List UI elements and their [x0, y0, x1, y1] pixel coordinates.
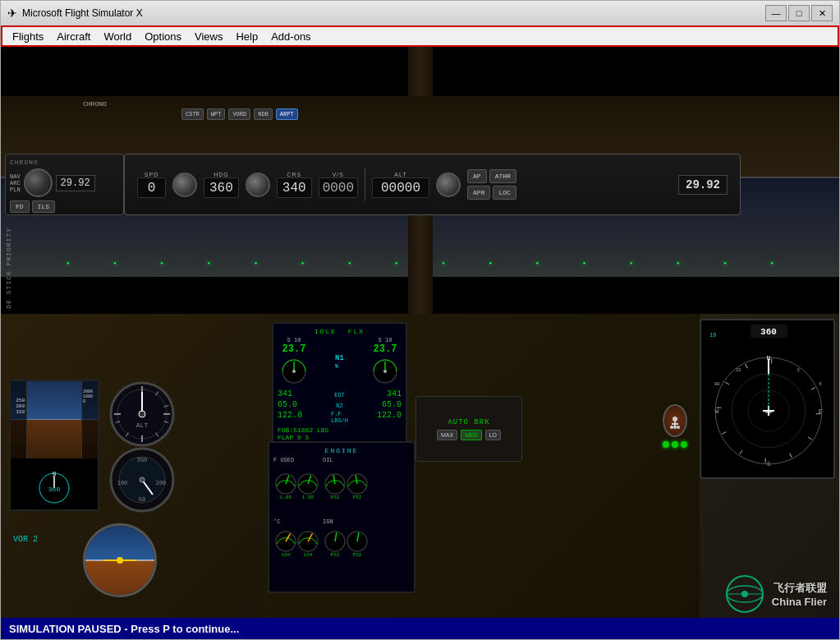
fcu-spd-display: 0: [137, 177, 166, 198]
fd-button[interactable]: FD: [10, 200, 30, 213]
fuel-display: F USED 1.85 1.85: [273, 457, 319, 516]
nd-far-right-display: N E S W 3 33 6 30 360 10: [700, 319, 835, 479]
menu-item-flights[interactable]: Flights: [6, 29, 50, 44]
altimeter-gauge: ALT: [108, 380, 177, 449]
autobrk-display: AUTO BRK MAX MED LO: [437, 418, 501, 440]
sim-viewport: ● ● ● ● ● ● ● ● ● ● ● ● ● ● ● ●: [1, 47, 839, 639]
n2-row: 65.0 N2 65.0: [278, 400, 402, 409]
svg-text:104: 104: [282, 552, 291, 558]
ff-row: 122.0 F.FLBS/H 122.0: [278, 411, 402, 424]
autobrake-panel: AUTO BRK MAX MED LO: [415, 396, 522, 462]
oil-display: OIL PSI PSI: [323, 457, 368, 516]
egt-row: 341 EGT 341: [278, 389, 402, 398]
ap-button[interactable]: AP: [467, 169, 487, 183]
svg-point-13: [139, 411, 145, 417]
svg-text:1.85: 1.85: [280, 495, 292, 500]
svg-text:S: S: [767, 461, 770, 467]
vord-button[interactable]: VORD: [228, 108, 250, 120]
watermark-logo-icon: [724, 573, 765, 615]
svg-text:3: 3: [796, 367, 800, 373]
menu-item-help[interactable]: Help: [229, 29, 264, 44]
n1-gauge-1: [278, 355, 310, 384]
nav-buttons-left: CSTR WPT VORD NDB ARPT: [181, 108, 298, 120]
watermark: 飞行者联盟 China Flier: [724, 573, 827, 615]
fcu-hdg-display: 360: [204, 177, 239, 198]
n1-center-label: N1%: [335, 354, 344, 371]
ils-button[interactable]: ILS: [32, 200, 55, 213]
left-baro-value: 29.92: [56, 175, 95, 191]
title-bar: ✈ Microsoft Flight Simulator X — □ ✕: [1, 1, 839, 25]
svg-text:350: 350: [137, 457, 148, 463]
close-button[interactable]: ✕: [811, 5, 833, 21]
fcu-vs-label: V/S: [333, 172, 344, 177]
right-baro-value: 29.92: [678, 175, 728, 195]
fcu-spd-knob[interactable]: [172, 173, 197, 197]
window-title: Microsoft Flight Simulator X: [22, 7, 143, 19]
maximize-button[interactable]: □: [788, 5, 810, 21]
fob-flap-row: FOB:51882 LBS FLAP 0 S: [278, 426, 402, 441]
fcu-spd-value: 0: [148, 181, 156, 196]
apr-button[interactable]: APR: [467, 186, 490, 200]
fd-ils-buttons: FD ILS: [10, 200, 119, 213]
panel-center: IDLE FLX S 10 23.7 N1%: [264, 314, 700, 618]
svg-point-32: [383, 370, 387, 373]
fcu-crs-display: 340: [277, 177, 312, 198]
menu-item-views[interactable]: Views: [188, 29, 229, 44]
menu-item-options[interactable]: Options: [138, 29, 188, 44]
fuel-oil-row: F USED 1.85 1.85: [273, 457, 410, 516]
cstr-button[interactable]: CSTR: [181, 108, 204, 120]
gear-light-1: [663, 441, 669, 448]
temp-display: °C 104 104: [273, 518, 319, 569]
nav-selector: NAV ARC PLN: [10, 173, 21, 193]
menu-item-addons[interactable]: Add-ons: [264, 29, 317, 44]
speed-gauge-area: 350 200 50 100: [108, 445, 177, 515]
arpt-button[interactable]: ARPT: [276, 108, 298, 120]
right-baro: 29.92: [678, 175, 728, 195]
menu-item-world[interactable]: World: [97, 29, 138, 44]
fcu-alt-display: 00000: [372, 177, 429, 198]
fcu-crs-label: CRS: [287, 172, 301, 177]
status-bar: SIMULATION PAUSED - Press P to continue.…: [1, 618, 839, 639]
lo-btn[interactable]: LO: [485, 430, 501, 440]
gear-handle-area: [654, 393, 695, 458]
fcu-vs-section: V/S 0000: [319, 172, 358, 198]
gear-handle[interactable]: [663, 404, 687, 437]
window-app-icon: ✈: [7, 7, 17, 20]
svg-text:30: 30: [714, 381, 720, 387]
fcu-alt-knob[interactable]: [436, 173, 461, 197]
gear-icon: [667, 412, 683, 429]
loc-button[interactable]: LOC: [493, 186, 516, 200]
watermark-cn-text: 飞行者联盟: [772, 581, 827, 596]
svg-point-112: [673, 426, 677, 429]
svg-point-29: [292, 370, 296, 373]
fcu-hdg-knob[interactable]: [246, 173, 270, 197]
n1-row: S 10 23.7 N1% S 10 23.7: [278, 337, 402, 387]
simulation-status-text: SIMULATION PAUSED - Press P to continue.…: [9, 623, 239, 635]
fcu-hdg-label: HDG: [213, 172, 229, 177]
fcu-crs-section: CRS 340: [277, 172, 312, 198]
fcu-panel: SPD 0 HDG 360 CRS 340: [124, 154, 741, 215]
svg-text:6: 6: [819, 381, 822, 387]
nd-far-right-svg: N E S W 3 33 6 30 360 10: [701, 320, 835, 479]
med-btn[interactable]: MED: [461, 430, 482, 440]
stick-priority-label: DE STICK PRIORITY: [5, 228, 12, 309]
wpt-button[interactable]: WPT: [207, 108, 226, 120]
ndb-button[interactable]: NDB: [254, 108, 273, 120]
nav-knob[interactable]: [24, 168, 53, 197]
svg-text:360: 360: [48, 486, 61, 493]
svg-text:ALT: ALT: [136, 421, 149, 429]
glareshield-label: CHRONO: [83, 100, 107, 108]
athr-button[interactable]: ATHR: [489, 169, 516, 183]
temp-row: °C 104 104 IGN: [273, 518, 410, 569]
ign-display: IGN PSI PSI: [323, 518, 368, 569]
left-panel-fcu: CHRONO NAV ARC PLN 29.92 FD ILS: [5, 154, 124, 215]
menu-item-aircraft[interactable]: Aircraft: [50, 29, 97, 44]
left-fcu-row: NAV ARC PLN 29.92: [10, 168, 119, 197]
ecam-lower-display: ENGINE F USED 1.85: [268, 441, 415, 593]
svg-point-113: [677, 426, 680, 429]
gear-light-3: [681, 441, 687, 448]
svg-text:PSI: PSI: [331, 552, 340, 558]
temp-gauge: 104 104: [273, 525, 319, 566]
minimize-button[interactable]: —: [765, 5, 787, 21]
max-btn[interactable]: MAX: [437, 430, 457, 440]
